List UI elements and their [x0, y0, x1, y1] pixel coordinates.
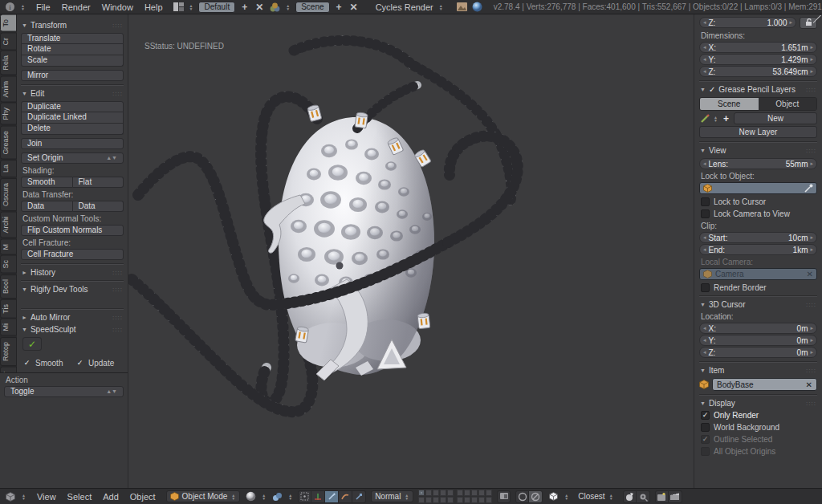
editor-type-icon[interactable] [5, 491, 16, 502]
clear-icon[interactable]: ✕ [806, 380, 812, 389]
panel-grip-icon[interactable]: :::: [112, 22, 123, 29]
tool-tab-bool[interactable]: Bool [0, 274, 17, 299]
editor-selector-arrows[interactable]: ▲▼ [21, 4, 25, 10]
panel-header-display[interactable]: ▼ Display :::: [700, 399, 816, 408]
pivot-point-icon[interactable] [271, 491, 283, 502]
menu-help[interactable]: Help [139, 2, 169, 12]
cursor-x-field[interactable]: ◂ X: 0m ▸ [699, 323, 817, 334]
decrement-icon[interactable]: ◂ [703, 349, 706, 356]
mode-dropdown[interactable]: Object Mode ▲▼ [166, 490, 241, 502]
layer-cell[interactable] [457, 497, 463, 503]
delete-layout-button[interactable]: ✕ [254, 2, 265, 13]
layer-cell[interactable] [440, 490, 446, 496]
increment-icon[interactable]: ▸ [810, 161, 813, 167]
panel-header-edit[interactable]: ▼ Edit :::: [22, 89, 123, 98]
grease-pencil-icon[interactable] [699, 113, 710, 124]
shading-selector-arrows[interactable]: ▲▼ [262, 494, 266, 500]
speedsculpt-smooth-checkbox[interactable]: ✓ Smooth [22, 359, 69, 368]
manipulator-axes-button[interactable] [311, 490, 325, 503]
delete-scene-button[interactable]: ✕ [348, 2, 360, 13]
increment-icon[interactable]: ▸ [789, 19, 792, 26]
layer-cell[interactable] [447, 490, 454, 496]
layer-cell[interactable] [425, 497, 432, 503]
region-corner-widget[interactable] [813, 15, 821, 23]
manipulator-translate-button[interactable] [325, 490, 339, 503]
tool-tab-retop[interactable]: Retop [0, 337, 17, 366]
mirror-button[interactable]: Mirror [21, 70, 124, 81]
clear-icon[interactable]: ✕ [807, 270, 813, 278]
increment-icon[interactable]: ▸ [810, 349, 813, 356]
viewport-menu-add[interactable]: Add [97, 492, 124, 502]
join-button[interactable]: Join [21, 138, 124, 149]
panel-header-3d-cursor[interactable]: ▼ 3D Cursor :::: [700, 300, 816, 309]
layer-cell[interactable] [433, 490, 439, 496]
orientation-dropdown[interactable]: Normal ▲▼ [371, 490, 413, 502]
lock-to-cursor-checkbox[interactable]: Lock to Cursor [701, 197, 816, 206]
layer-cell[interactable] [418, 490, 425, 496]
increment-icon[interactable]: ▸ [810, 56, 813, 63]
world-background-checkbox[interactable]: World Background [701, 423, 816, 432]
local-camera-field[interactable]: Camera ✕ [699, 268, 817, 280]
flip-custom-normals-button[interactable]: Flip Custom Normals [21, 225, 124, 236]
manipulator-scale-button[interactable] [352, 490, 366, 503]
increment-icon[interactable]: ▸ [810, 337, 813, 343]
tool-tab-tis[interactable]: Tis [0, 299, 17, 319]
layer-cell[interactable] [478, 490, 485, 496]
tool-tab-phy[interactable]: Phy [0, 103, 17, 125]
layer-cell[interactable] [440, 497, 446, 503]
tool-tab-sc[interactable]: Sc [0, 255, 17, 274]
tab-object[interactable]: Object [759, 98, 817, 110]
panel-header-view[interactable]: ▼ View :::: [700, 146, 816, 155]
panel-header-item[interactable]: ▼ Item :::: [700, 366, 816, 375]
panel-header-auto-mirror[interactable]: ► Auto Mirror :::: [22, 313, 123, 322]
grease-new-button[interactable]: New [734, 112, 817, 124]
menu-window[interactable]: Window [96, 2, 139, 12]
increment-icon[interactable]: ▸ [810, 68, 813, 75]
tool-tab-to[interactable]: To [0, 14, 17, 32]
viewport-menu-select[interactable]: Select [62, 492, 98, 502]
decrement-icon[interactable]: ◂ [703, 337, 706, 343]
lens-field[interactable]: ◂ Lens: 55mm ▸ [699, 158, 817, 169]
scene-name-field[interactable]: Scene [295, 2, 329, 13]
panel-grip-icon[interactable]: :::: [806, 301, 816, 308]
viewport-shading-icon[interactable] [245, 491, 256, 502]
panel-grip-icon[interactable]: :::: [806, 147, 816, 154]
layer-cell[interactable] [418, 497, 425, 503]
tool-tab-oscura[interactable]: Oscura [0, 178, 17, 211]
snap-target-dropdown[interactable]: Closest ▲▼ [574, 490, 617, 502]
new-layer-button[interactable]: New Layer [699, 126, 817, 138]
check-icon[interactable]: ✓ [709, 85, 715, 94]
all-object-origins-checkbox[interactable]: All Object Origins [701, 447, 816, 456]
editor-selector-arrows[interactable]: ▲▼ [22, 494, 26, 500]
layer-cell[interactable] [478, 497, 485, 503]
decrement-icon[interactable]: ◂ [703, 56, 706, 63]
speedsculpt-update-checkbox[interactable]: ✓ Update [75, 359, 122, 368]
add-pencil-button[interactable]: + [721, 113, 731, 124]
tool-tab-cr[interactable]: Cr [0, 33, 17, 51]
dimension-x-field[interactable]: ◂ X: 1.651m ▸ [699, 42, 817, 53]
scene-selector-arrows[interactable]: ▲▼ [286, 4, 290, 10]
pivot-selector-arrows[interactable]: ▲▼ [288, 494, 292, 500]
tool-tab-m[interactable]: M [0, 239, 17, 255]
render-engine-selector[interactable]: Cycles Render [376, 2, 433, 12]
cell-fracture-button[interactable]: Cell Fracture [21, 249, 124, 260]
data-layout-button[interactable]: Data Layout [73, 201, 124, 212]
clip-end-field[interactable]: ◂ End: 1km ▸ [699, 244, 817, 255]
scale-z-slider[interactable]: ◂ Z: 1.000 ▸ [699, 17, 796, 28]
operator-toggle-dropdown[interactable]: Toggle ▲▼ [4, 386, 124, 397]
increment-icon[interactable]: ▸ [810, 234, 813, 241]
decrement-icon[interactable]: ◂ [703, 246, 706, 253]
viewport-3d[interactable]: SStatus: UNDEFINED [128, 14, 694, 488]
tab-scene[interactable]: Scene [700, 98, 759, 110]
layer-cell[interactable] [471, 497, 478, 503]
tool-tab-rela[interactable]: Rela [0, 51, 17, 75]
panel-header-rigify-dev-tools[interactable]: ▼ Rigify Dev Tools :::: [22, 285, 123, 294]
add-scene-button[interactable]: + [335, 2, 344, 13]
scale-button[interactable]: Scale [21, 55, 124, 67]
panel-grip-icon[interactable]: :::: [806, 400, 816, 407]
render-still-icon[interactable] [655, 490, 669, 503]
manipulator-toggle-button[interactable] [298, 490, 311, 503]
snap-element-cube-icon[interactable] [547, 491, 559, 502]
decrement-icon[interactable]: ◂ [703, 68, 706, 75]
tool-tab-la[interactable]: La [0, 160, 17, 177]
